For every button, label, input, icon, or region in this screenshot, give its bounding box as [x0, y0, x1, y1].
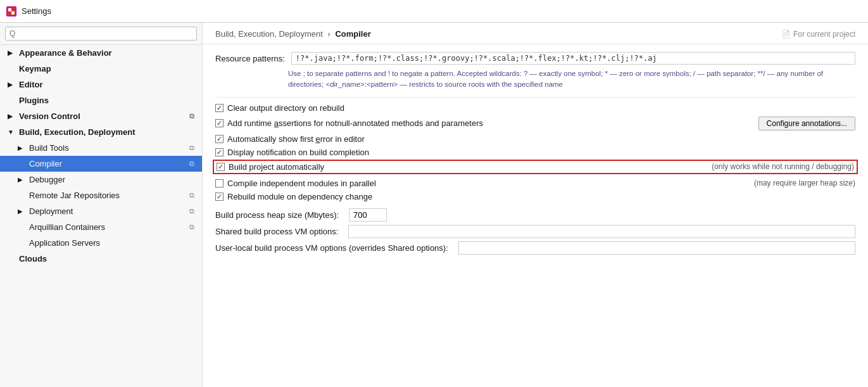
sidebar-item-label: Clouds: [19, 254, 194, 263]
sidebar-item-label: Debugger: [29, 175, 194, 184]
build-heap-label: Build process heap size (Mbytes):: [215, 210, 339, 220]
sidebar-item-appearance[interactable]: ▶ Appearance & Behavior: [0, 45, 202, 61]
resource-patterns-input[interactable]: [291, 52, 855, 65]
sidebar-item-label: Plugins: [19, 96, 194, 105]
main-content: Build, Execution, Deployment › Compiler …: [203, 23, 868, 387]
checkbox-compile-parallel[interactable]: [215, 179, 223, 187]
sidebar-item-keymap[interactable]: Keymap: [0, 61, 202, 77]
sidebar-item-label: Remote Jar Repositories: [29, 191, 187, 200]
sidebar-item-deployment[interactable]: ▶ Deployment ⧉: [0, 203, 202, 219]
sidebar-item-label: Build, Execution, Deployment: [19, 127, 194, 137]
sidebar-item-label: Build Tools: [29, 143, 187, 153]
option-row-clear-output: Clear output directory on rebuild: [215, 101, 855, 115]
sidebar-item-arquillian[interactable]: Arquillian Containers ⧉: [0, 219, 202, 235]
shared-vm-row: Shared build process VM options:: [215, 225, 855, 238]
checkbox-display-notif[interactable]: [215, 148, 223, 156]
sidebar-item-label: Keymap: [19, 64, 194, 73]
title-bar: Settings: [0, 0, 868, 23]
sidebar-item-label: Application Servers: [29, 238, 194, 248]
option-row-build-auto: Build project automatically (only works …: [213, 160, 858, 174]
chevron-placeholder: [18, 192, 25, 199]
window-title: Settings: [22, 6, 51, 16]
breadcrumb: Build, Execution, Deployment › Compiler: [215, 29, 371, 39]
main-layout: ▶ Appearance & Behavior Keymap ▶ Editor …: [0, 23, 868, 387]
user-local-vm-input[interactable]: [458, 241, 855, 255]
breadcrumb-current: Compiler: [335, 29, 370, 39]
breadcrumb-parent: Build, Execution, Deployment: [215, 29, 323, 39]
sidebar-item-label: Compiler: [29, 159, 187, 168]
configure-annotations-button[interactable]: Configure annotations...: [758, 117, 855, 130]
option-label-add-runtime: Add runtime assertions for notnull-annot…: [227, 118, 483, 128]
shared-vm-input[interactable]: [348, 225, 855, 238]
option-row-display-notif: Display notification on build completion: [215, 146, 855, 159]
checkbox-build-auto[interactable]: [217, 163, 225, 171]
sidebar-item-build-execution[interactable]: ▼ Build, Execution, Deployment: [0, 124, 202, 140]
sidebar-item-app-servers[interactable]: Application Servers: [0, 235, 202, 251]
chevron-right-icon: ▶: [18, 208, 25, 215]
option-row-rebuild: Rebuild module on dependency change: [215, 190, 855, 203]
sidebar-search-container[interactable]: [0, 23, 202, 45]
page-icon: 📄: [781, 30, 791, 39]
copy-icon: ⧉: [189, 144, 194, 152]
sidebar-item-plugins[interactable]: Plugins: [0, 92, 202, 108]
sidebar-item-clouds[interactable]: Clouds: [0, 251, 202, 267]
chevron-right-icon: ▶: [8, 113, 15, 120]
chevron-right-icon: ▶: [18, 176, 25, 183]
chevron-placeholder: [8, 65, 15, 72]
option-note-compile-parallel: (may require larger heap size): [754, 179, 855, 187]
chevron-placeholder: [18, 160, 25, 167]
copy-icon: ⧉: [189, 207, 194, 215]
sidebar-item-label: Version Control: [19, 111, 187, 121]
copy-icon: ⧉: [189, 112, 194, 120]
svg-rect-2: [11, 11, 15, 15]
option-label-compile-parallel: Compile independent modules in parallel: [227, 179, 376, 188]
checkbox-clear-output[interactable]: [215, 104, 223, 112]
app-icon: [6, 6, 16, 16]
option-row-auto-show: Automatically show first error in editor: [215, 132, 855, 146]
option-row-compile-parallel: Compile independent modules in parallel …: [215, 177, 855, 190]
checkbox-rebuild[interactable]: [215, 193, 223, 201]
option-label-display-notif: Display notification on build completion: [227, 148, 369, 157]
content-header: Build, Execution, Deployment › Compiler …: [203, 23, 868, 44]
checkbox-auto-show[interactable]: [215, 135, 223, 143]
sidebar: ▶ Appearance & Behavior Keymap ▶ Editor …: [0, 23, 203, 387]
build-heap-row: Build process heap size (Mbytes):: [215, 208, 855, 222]
sidebar-content: ▶ Appearance & Behavior Keymap ▶ Editor …: [0, 45, 202, 387]
sidebar-item-debugger[interactable]: ▶ Debugger: [0, 172, 202, 187]
search-input[interactable]: [5, 27, 197, 41]
resource-patterns-row: Resource patterns:: [215, 52, 855, 65]
chevron-right-icon: ▶: [8, 81, 15, 88]
build-heap-input[interactable]: [349, 208, 387, 222]
sidebar-item-remote-jar[interactable]: Remote Jar Repositories ⧉: [0, 187, 202, 203]
user-local-vm-row: User-local build process VM options (ove…: [215, 241, 855, 255]
chevron-placeholder: [8, 97, 15, 104]
sidebar-item-label: Appearance & Behavior: [19, 48, 194, 58]
chevron-placeholder: [8, 255, 15, 262]
checkbox-add-runtime[interactable]: [215, 119, 223, 127]
sidebar-item-label: Editor: [19, 80, 194, 89]
user-local-vm-label: User-local build process VM options (ove…: [215, 243, 448, 253]
sidebar-item-version-control[interactable]: ▶ Version Control ⧉: [0, 108, 202, 124]
copy-icon: ⧉: [189, 223, 194, 231]
breadcrumb-separator: ›: [327, 29, 332, 39]
resource-patterns-label: Resource patterns:: [215, 52, 285, 63]
option-label-rebuild: Rebuild module on dependency change: [227, 192, 372, 201]
sidebar-item-compiler[interactable]: Compiler ⧉: [0, 156, 202, 172]
divider: [215, 97, 855, 98]
sidebar-item-editor[interactable]: ▶ Editor: [0, 77, 202, 92]
for-current-project-label: For current project: [793, 30, 855, 39]
shared-vm-label: Shared build process VM options:: [215, 227, 338, 236]
copy-icon: ⧉: [189, 191, 194, 200]
chevron-down-icon: ▼: [8, 129, 15, 136]
option-row-add-runtime: Add runtime assertions for notnull-annot…: [215, 115, 855, 132]
svg-rect-1: [8, 8, 11, 11]
chevron-right-icon: ▶: [18, 144, 25, 151]
content-body: Resource patterns: Use ; to separate pat…: [203, 44, 868, 387]
chevron-placeholder: [18, 224, 25, 231]
sidebar-item-label: Deployment: [29, 206, 187, 216]
chevron-placeholder: [18, 239, 25, 246]
sidebar-item-build-tools[interactable]: ▶ Build Tools ⧉: [0, 140, 202, 156]
sidebar-item-label: Arquillian Containers: [29, 222, 187, 232]
option-label-auto-show: Automatically show first error in editor: [227, 134, 365, 144]
option-note-build-auto: (only works while not running / debuggin…: [712, 162, 854, 171]
